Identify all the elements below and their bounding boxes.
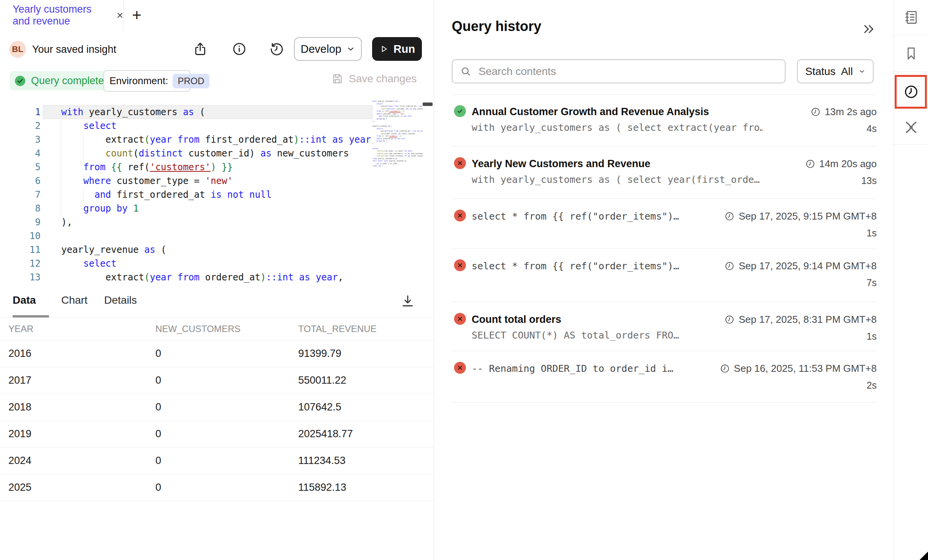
table-cell: 2018 (8, 401, 155, 413)
code-line[interactable]: 2 select (0, 119, 373, 133)
history-item[interactable]: select * from {{ ref("order_items")…Sep … (452, 249, 877, 302)
code-line[interactable]: 9), (0, 215, 373, 229)
table-row[interactable]: 20240111234.53 (0, 448, 434, 474)
code-line[interactable]: 11yearly_revenue as ( (0, 243, 373, 257)
history-item[interactable]: Count total ordersSep 17, 2025, 8:31 PM … (452, 302, 877, 351)
code-line[interactable]: 8 group by 1 (0, 202, 373, 215)
notebook-icon[interactable] (903, 9, 919, 25)
history-item[interactable]: Annual Customer Growth and Revenue Analy… (452, 94, 877, 147)
resize-corner[interactable] (920, 552, 928, 560)
editor-scrollbar-thumb[interactable] (423, 103, 433, 106)
code-text: yearly_revenue as ( (43, 243, 373, 257)
code-line[interactable]: 13 extract(year from ordered_at)::int as… (0, 270, 373, 284)
history-item[interactable]: -- Renaming ORDER_ID to order_id i…Sep 1… (452, 351, 877, 403)
code-line[interactable]: 5 from {{ ref('customers') }} (0, 160, 373, 174)
indent-guide (83, 188, 84, 202)
table-row[interactable]: 20170550011.22 (0, 367, 434, 394)
integrations-icon[interactable] (903, 119, 919, 135)
error-badge (454, 313, 466, 325)
new-tab-button[interactable]: + (132, 8, 142, 23)
table-row[interactable]: 201902025418.77 (0, 421, 434, 448)
share-icon[interactable] (193, 41, 208, 57)
save-changes-button[interactable]: Save changes (331, 73, 417, 85)
sql-editor[interactable]: 1with yearly_customers as (2 select3 ext… (0, 96, 434, 285)
environment-select[interactable]: Environment: PROD (103, 70, 191, 92)
tab-chart[interactable]: Chart (61, 294, 87, 306)
floppy-icon (331, 73, 343, 85)
table-row[interactable]: 20180107642.5 (0, 394, 434, 421)
run-button[interactable]: Run (372, 37, 422, 61)
version-history-icon[interactable] (269, 41, 284, 57)
toolbar-divider (894, 0, 894, 560)
tab-yearly-customers[interactable]: Yearly customers and revenue × (0, 0, 124, 30)
code-text: and first_ordered_at is not null (43, 188, 373, 202)
download-icon[interactable] (400, 293, 415, 309)
x-icon (457, 365, 463, 371)
indent-guide (61, 119, 61, 215)
history-item-title: Annual Customer Growth and Revenue Analy… (472, 105, 709, 118)
code-line[interactable]: 4 count(distinct customer_id) as new_cus… (0, 147, 373, 160)
x-icon (457, 316, 463, 322)
history-item-duration: 7s (867, 276, 877, 289)
tab-close-icon[interactable]: × (116, 10, 123, 21)
table-cell: 0 (155, 348, 298, 360)
code-line[interactable]: 3 extract(year from first_ordered_at)::i… (0, 133, 373, 147)
editor-minimap[interactable]: with yearly_customers as ( select extrac… (373, 100, 423, 269)
collapse-panel-icon[interactable] (861, 21, 876, 37)
line-number: 11 (0, 243, 43, 257)
code-line[interactable]: 12 select (0, 257, 373, 270)
code-line[interactable]: 1with yearly_customers as ( (0, 105, 373, 119)
develop-button[interactable]: Develop (294, 37, 362, 61)
line-number: 1 (0, 105, 43, 119)
avatar[interactable]: BL (9, 41, 26, 58)
tab-data[interactable]: Data (13, 294, 36, 306)
code-text: extract(year from ordered_at)::int as ye… (43, 270, 373, 284)
line-number: 5 (0, 160, 43, 174)
environment-label: Environment: (109, 75, 168, 87)
code-line[interactable]: 7 and first_ordered_at is not null (0, 188, 373, 202)
table-cell: 0 (155, 482, 298, 493)
clock-icon (720, 363, 730, 374)
run-label: Run (394, 43, 415, 55)
code-line[interactable]: 6 where customer_type = 'new' (0, 174, 373, 188)
table-cell: 0 (155, 455, 298, 467)
history-item[interactable]: select * from {{ ref("order_items")…Sep … (452, 199, 877, 249)
check-icon (456, 107, 464, 115)
table-row[interactable]: 2016091399.79 (0, 340, 434, 367)
save-changes-label: Save changes (349, 73, 417, 85)
table-cell: 107642.5 (298, 401, 434, 413)
success-badge (454, 105, 466, 117)
table-cell: 2017 (8, 374, 155, 386)
history-item-title: select * from {{ ref("order_items")… (472, 259, 679, 273)
history-search-box[interactable] (452, 59, 786, 83)
x-icon (457, 160, 463, 166)
history-item-time: 14m 20s ago (805, 157, 877, 170)
tab-bar: Yearly customers and revenue × + (0, 0, 434, 31)
status-filter-dropdown[interactable]: Status All (797, 59, 874, 83)
history-item-time: Sep 16, 2025, 11:53 PM GMT+8 (720, 362, 877, 375)
column-header: TOTAL_REVENUE (298, 324, 434, 334)
code-text: count(distinct customer_id) as new_custo… (43, 147, 373, 160)
info-icon[interactable] (232, 41, 247, 57)
history-item[interactable]: Yearly New Customers and Revenue14m 20s … (452, 147, 877, 199)
table-cell: 2025 (8, 482, 155, 493)
insight-label: Your saved insight (32, 44, 116, 55)
search-input[interactable] (478, 65, 777, 78)
bookmark-icon[interactable] (903, 46, 919, 62)
error-badge (454, 259, 466, 271)
history-item-duration: 13s (861, 174, 877, 187)
history-clock-icon[interactable] (903, 84, 919, 100)
table-cell: 550011.22 (298, 374, 434, 386)
tab-title: Yearly customers and revenue (13, 3, 109, 27)
line-number: 13 (0, 270, 43, 284)
develop-label: Develop (301, 43, 341, 55)
check-circle-icon (14, 75, 26, 87)
tab-details[interactable]: Details (104, 294, 137, 306)
line-number: 7 (0, 188, 43, 202)
panel-divider[interactable] (434, 0, 434, 560)
table-cell: 2019 (8, 428, 155, 440)
table-row[interactable]: 20250115892.13 (0, 474, 434, 501)
code-line[interactable]: 10 (0, 229, 373, 243)
history-item-query-preview: SELECT COUNT(*) AS total_orders FRO… (472, 330, 679, 341)
code-lines[interactable]: 1with yearly_customers as (2 select3 ext… (0, 105, 373, 284)
